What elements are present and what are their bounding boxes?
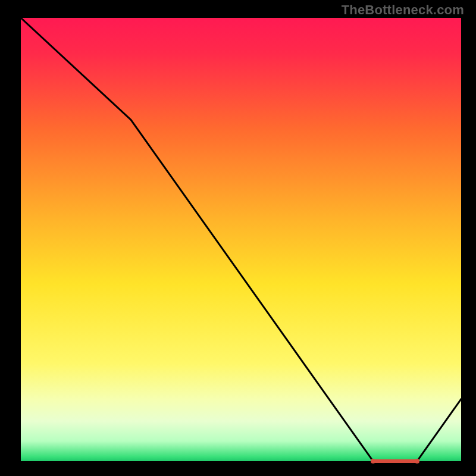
gradient-background <box>21 18 461 461</box>
flat-marker-end <box>415 459 419 464</box>
chart-frame: TheBottleneck.com <box>0 0 476 476</box>
flat-marker-start <box>371 459 375 464</box>
watermark-text: TheBottleneck.com <box>342 2 464 18</box>
flat-highlight-segment <box>373 459 417 463</box>
plot-area <box>21 18 461 461</box>
chart-svg <box>21 18 461 461</box>
